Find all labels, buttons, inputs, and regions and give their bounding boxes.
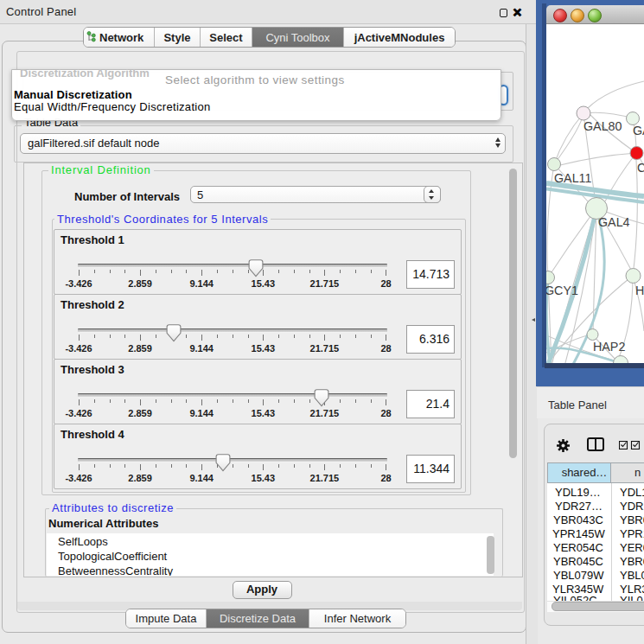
svg-text:GAL4: GAL4 [598,215,630,229]
svg-text:GCY1: GCY1 [546,284,578,297]
svg-text:C: C [637,161,644,175]
svg-text:GA: GA [633,124,644,137]
svg-text:GAL80: GAL80 [583,119,622,133]
svg-text:HAP2: HAP2 [593,340,625,354]
svg-text:GAL11: GAL11 [554,171,591,185]
svg-text:H: H [635,284,644,297]
